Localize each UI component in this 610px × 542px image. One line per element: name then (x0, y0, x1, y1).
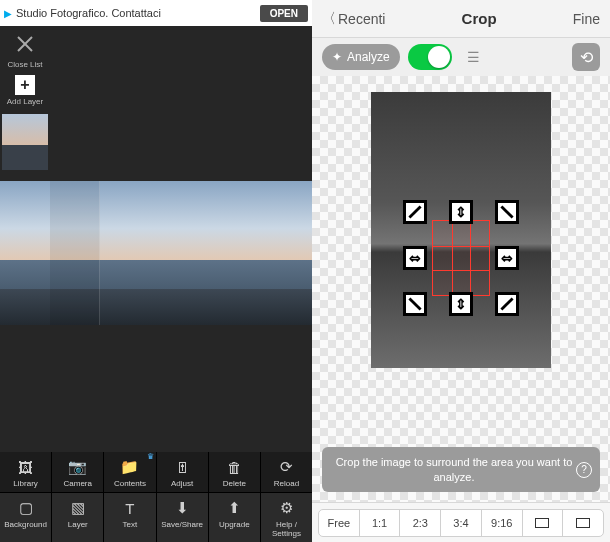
tool-contents[interactable]: ♛ 📁 Contents (104, 452, 156, 492)
toolbar-row-1: 🖼 Library 📷 Camera ♛ 📁 Contents 🎚 Adjust… (0, 452, 312, 493)
tool-library[interactable]: 🖼 Library (0, 452, 52, 492)
layers-icon: ▧ (52, 498, 103, 518)
nav-back-button[interactable]: 〈 Recenti (322, 10, 385, 28)
download-icon: ⬇ (157, 498, 208, 518)
tool-camera[interactable]: 📷 Camera (52, 452, 104, 492)
tool-help-settings[interactable]: ⚙ Help / Settings (261, 493, 312, 542)
tool-label: Reload (261, 479, 312, 488)
crop-handle-top[interactable] (449, 200, 473, 224)
bottom-toolbar: 🖼 Library 📷 Camera ♛ 📁 Contents 🎚 Adjust… (0, 452, 312, 542)
crop-app: 〈 Recenti Crop Fine ✦ Analyze ☰ ⟲ (312, 0, 610, 542)
crop-handle-right[interactable] (495, 246, 519, 270)
svg-line-3 (501, 206, 512, 217)
tool-reload[interactable]: ⟳ Reload (261, 452, 312, 492)
tool-layer[interactable]: ▧ Layer (52, 493, 104, 542)
orientation-portrait[interactable] (563, 510, 603, 536)
hint-text: Crop the image to surround the area you … (336, 456, 573, 482)
text-icon: T (104, 498, 155, 518)
portrait-icon (576, 518, 590, 528)
ad-text: Studio Fotografico. Contattaci (16, 7, 260, 19)
tool-label: Background (0, 520, 51, 529)
crop-handle-top-left[interactable] (403, 200, 427, 224)
sliders-icon: 🎚 (157, 457, 208, 477)
trash-icon: 🗑 (209, 457, 260, 477)
aspect-ratio-bar: Free 1:1 2:3 3:4 9:16 (312, 502, 610, 542)
ratio-free[interactable]: Free (319, 510, 360, 536)
plus-icon: + (15, 75, 35, 95)
toolbar-row-2: ▢ Background ▧ Layer T Text ⬇ Save/Share… (0, 493, 312, 542)
sync-button[interactable]: ⟲ (572, 43, 600, 71)
add-layer-label: Add Layer (2, 97, 48, 106)
left-edge-overlay (50, 181, 100, 325)
close-list-label: Close List (2, 60, 48, 69)
image-icon: 🖼 (0, 457, 51, 477)
analyze-bar: ✦ Analyze ☰ ⟲ (312, 38, 610, 76)
left-sidebar: Close List + Add Layer (0, 26, 50, 170)
ratio-9-16[interactable]: 9:16 (482, 510, 523, 536)
tool-label: Contents (104, 479, 155, 488)
up-circle-icon: ⬆ (209, 498, 260, 518)
gear-icon: ⚙ (261, 498, 312, 518)
svg-line-4 (409, 298, 420, 309)
nav-back-label: Recenti (338, 11, 385, 27)
crop-handle-bottom-left[interactable] (403, 292, 427, 316)
editor-app: ▶ Studio Fotografico. Contattaci OPEN ✕ … (0, 0, 312, 542)
nav-done-button[interactable]: Fine (573, 11, 600, 27)
orientation-landscape[interactable] (523, 510, 564, 536)
crop-handle-left[interactable] (403, 246, 427, 270)
tool-label: Adjust (157, 479, 208, 488)
analyze-label: Analyze (347, 50, 390, 64)
layer-thumbnail[interactable] (2, 114, 48, 170)
svg-line-2 (409, 206, 420, 217)
reload-icon: ⟳ (261, 457, 312, 477)
tool-label: Library (0, 479, 51, 488)
nav-title: Crop (462, 10, 497, 27)
tool-adjust[interactable]: 🎚 Adjust (157, 452, 209, 492)
close-icon (11, 30, 39, 58)
chevron-left-icon: 〈 (322, 10, 336, 28)
svg-line-5 (501, 298, 512, 309)
hint-message: Crop the image to surround the area you … (322, 447, 600, 492)
crop-image[interactable] (371, 92, 551, 368)
close-list-button[interactable]: Close List (2, 30, 48, 69)
ratio-3-4[interactable]: 3:4 (441, 510, 482, 536)
sparkle-icon: ✦ (332, 50, 342, 64)
analyze-button[interactable]: ✦ Analyze (322, 44, 400, 70)
ad-banner[interactable]: ▶ Studio Fotografico. Contattaci OPEN (0, 0, 312, 26)
crop-selection[interactable] (432, 220, 490, 296)
crop-frame[interactable] (403, 200, 519, 316)
help-icon[interactable]: ? (576, 462, 592, 478)
tool-label: Help / Settings (261, 520, 312, 538)
nav-bar: 〈 Recenti Crop Fine (312, 0, 610, 38)
tool-text[interactable]: T Text (104, 493, 156, 542)
tool-label: Camera (52, 479, 103, 488)
crop-handle-top-right[interactable] (495, 200, 519, 224)
tool-upgrade[interactable]: ⬆ Upgrade (209, 493, 261, 542)
tool-label: Text (104, 520, 155, 529)
add-layer-button[interactable]: + Add Layer (2, 71, 48, 106)
square-icon: ▢ (0, 498, 51, 518)
landscape-icon (535, 518, 549, 528)
tool-label: Upgrade (209, 520, 260, 529)
tool-label: Save/Share (157, 520, 208, 529)
adjust-sliders-icon[interactable]: ☰ (460, 43, 488, 71)
tool-label: Delete (209, 479, 260, 488)
ad-open-button[interactable]: OPEN (260, 5, 308, 22)
crop-handle-bottom[interactable] (449, 292, 473, 316)
canvas-area[interactable] (50, 26, 312, 452)
crop-stage[interactable]: Crop the image to surround the area you … (312, 76, 610, 502)
tool-save-share[interactable]: ⬇ Save/Share (157, 493, 209, 542)
aspect-ratio-segmented: Free 1:1 2:3 3:4 9:16 (318, 509, 604, 537)
crop-handle-bottom-right[interactable] (495, 292, 519, 316)
canvas-image[interactable] (0, 181, 312, 325)
tool-delete[interactable]: 🗑 Delete (209, 452, 261, 492)
camera-icon: 📷 (52, 457, 103, 477)
ratio-2-3[interactable]: 2:3 (400, 510, 441, 536)
tool-background[interactable]: ▢ Background (0, 493, 52, 542)
crown-badge-icon: ♛ (147, 452, 154, 461)
ad-play-icon: ▶ (4, 8, 12, 19)
editor-body: Close List + Add Layer (0, 26, 312, 452)
tool-label: Layer (52, 520, 103, 529)
ratio-1-1[interactable]: 1:1 (360, 510, 401, 536)
analyze-toggle[interactable] (408, 44, 452, 70)
